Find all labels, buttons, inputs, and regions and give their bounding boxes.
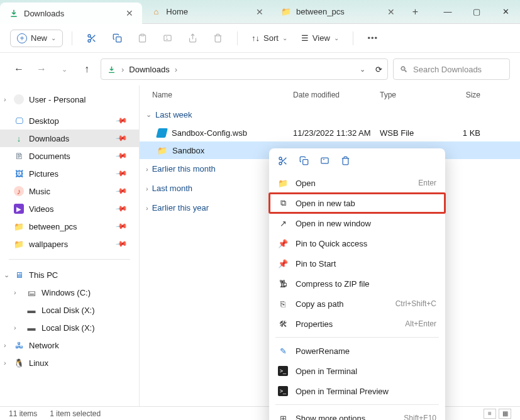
sidebar-item-drive[interactable]: ›▬Local Disk (X:)	[0, 319, 139, 336]
sidebar-item-documents[interactable]: 🖹Documents📌	[0, 147, 139, 165]
column-headers: Name Date modified Type Size	[140, 86, 520, 105]
pictures-icon: 🖼	[14, 169, 24, 179]
close-icon[interactable]: ✕	[387, 7, 395, 17]
ctx-label: Open in new tab	[296, 199, 355, 208]
paste-button[interactable]	[131, 28, 153, 49]
sidebar-item-label: This PC	[29, 270, 58, 280]
details-view-button[interactable]: ≡	[484, 409, 496, 419]
folder-icon: 📁	[157, 145, 167, 155]
col-type[interactable]: Type	[380, 91, 443, 99]
ctx-show-more[interactable]: ⊞Show more optionsShift+F10	[269, 408, 445, 420]
sidebar-item-drive[interactable]: ›🖴Windows (C:)	[0, 284, 139, 301]
new-tab-button[interactable]: +	[404, 0, 427, 23]
ctx-compress[interactable]: 🗜Compress to ZIP file	[269, 274, 445, 294]
sidebar-item-user[interactable]: › User - Personal	[0, 91, 139, 108]
chevron-down-icon: ⌄	[4, 271, 9, 279]
ctx-open[interactable]: 📁OpenEnter	[269, 173, 445, 193]
share-button[interactable]	[182, 28, 203, 49]
sidebar-item-network[interactable]: ›🖧Network	[0, 336, 139, 354]
sidebar-item-drive[interactable]: ▬Local Disk (X:)	[0, 301, 139, 319]
breadcrumb[interactable]: Downloads	[129, 65, 169, 74]
tab-between-pcs[interactable]: 📁 between_pcs ✕	[272, 0, 404, 23]
chevron-right-icon: ›	[121, 65, 124, 74]
ctx-label: Pin to Quick access	[296, 239, 367, 248]
address-bar[interactable]: › Downloads › ⌄ ⟳	[101, 58, 388, 80]
sidebar-item-desktop[interactable]: 🖵Desktop📌	[0, 112, 139, 130]
delete-button[interactable]	[207, 28, 228, 49]
forward-button[interactable]: →	[33, 60, 50, 78]
cut-button[interactable]	[81, 28, 102, 49]
refresh-button[interactable]: ⟳	[375, 65, 382, 74]
sort-button[interactable]: ↑↓ Sort ⌄	[246, 33, 292, 43]
recent-dropdown[interactable]: ⌄	[55, 60, 73, 78]
user-avatar-icon	[14, 94, 24, 104]
disk-icon: 🖴	[26, 287, 36, 297]
minimize-button[interactable]: —	[433, 0, 462, 23]
file-name: Sandbox-Config.wsb	[172, 128, 247, 138]
file-row[interactable]: Sandbox-Config.wsb 11/23/2022 11:32 AM W…	[140, 124, 520, 141]
disk-icon: ▬	[26, 305, 36, 315]
close-icon[interactable]: ✕	[126, 8, 133, 18]
sidebar-item-pictures[interactable]: 🖼Pictures📌	[0, 165, 139, 182]
icons-view-button[interactable]: ▦	[499, 409, 511, 419]
col-date[interactable]: Date modified	[293, 91, 380, 99]
window-controls: — ▢ ✕	[433, 0, 520, 23]
ctx-copy-path[interactable]: ⎘Copy as pathCtrl+Shift+C	[269, 294, 445, 314]
ctx-powerrename[interactable]: ✎PowerRename	[269, 341, 445, 361]
title-bar: Downloads ✕ ⌂ Home ✕ 📁 between_pcs ✕ + —…	[0, 0, 520, 24]
view-icon: ☰	[301, 33, 309, 43]
rename-button[interactable]	[157, 28, 178, 49]
toolbar: + New ⌄ ↑↓ Sort ⌄ ☰ View ⌄ •••	[0, 24, 520, 53]
sidebar-item-folder[interactable]: 📁wallpapers📌	[0, 235, 139, 253]
chevron-down-icon: ⌄	[146, 111, 152, 119]
new-label: New	[31, 33, 47, 43]
view-button[interactable]: ☰ View ⌄	[296, 33, 344, 43]
copy-button[interactable]	[106, 28, 128, 49]
search-input[interactable]: 🔍︎ Search Downloads	[393, 58, 510, 80]
tab-downloads[interactable]: Downloads ✕	[0, 3, 142, 24]
sidebar-item-label: User - Personal	[29, 95, 86, 104]
pin-icon: 📌	[115, 238, 128, 250]
sidebar-item-folder[interactable]: 📁between_pcs📌	[0, 218, 139, 235]
ctx-pin-quick[interactable]: 📌Pin to Quick access	[269, 233, 445, 253]
maximize-button[interactable]: ▢	[462, 0, 491, 23]
close-icon[interactable]: ✕	[256, 7, 263, 17]
ctx-shortcut: Ctrl+Shift+C	[396, 299, 436, 308]
ctx-open-window[interactable]: ↗Open in new window	[269, 213, 445, 233]
more-button[interactable]: •••	[362, 33, 384, 43]
cut-icon[interactable]	[278, 156, 288, 168]
col-size[interactable]: Size	[443, 91, 480, 99]
wsb-file-icon	[156, 128, 168, 138]
tab-home[interactable]: ⌂ Home ✕	[142, 0, 272, 23]
chevron-down-icon[interactable]: ⌄	[360, 65, 365, 74]
sidebar-item-thispc[interactable]: ⌄🖥This PC	[0, 266, 139, 284]
ctx-shortcut: Enter	[418, 179, 436, 187]
sidebar-item-label: between_pcs	[29, 222, 77, 231]
ctx-pin-start[interactable]: 📌Pin to Start	[269, 253, 445, 274]
terminal-icon: >_	[278, 366, 288, 376]
svg-rect-4	[163, 35, 170, 41]
context-quick-actions	[269, 152, 445, 173]
close-window-button[interactable]: ✕	[491, 0, 520, 23]
up-button[interactable]: ↑	[78, 60, 96, 78]
ctx-properties[interactable]: 🛠PropertiesAlt+Enter	[269, 314, 445, 334]
sidebar-item-linux[interactable]: ›🐧Linux	[0, 354, 139, 372]
rename-icon[interactable]	[320, 156, 329, 168]
sidebar-item-music[interactable]: ♪Music📌	[0, 182, 139, 200]
back-button[interactable]: ←	[10, 60, 28, 78]
sidebar-item-label: Linux	[29, 358, 48, 368]
ctx-label: Open in Terminal	[296, 367, 357, 376]
ctx-label: Pin to Start	[296, 259, 336, 268]
delete-icon[interactable]	[341, 156, 350, 168]
sidebar-item-videos[interactable]: ▶Videos📌	[0, 200, 139, 218]
ctx-terminal-preview[interactable]: >_Open in Terminal Preview	[269, 381, 445, 401]
group-lastweek[interactable]: ⌄Last week	[140, 105, 520, 124]
search-placeholder: Search Downloads	[413, 65, 482, 74]
chevron-down-icon: ⌄	[51, 35, 56, 41]
ctx-terminal[interactable]: >_Open in Terminal	[269, 361, 445, 381]
ctx-open-tab[interactable]: ⧉Open in new tab	[269, 193, 445, 213]
col-name[interactable]: Name	[152, 91, 293, 99]
sidebar-item-downloads[interactable]: ↓Downloads📌	[0, 130, 139, 147]
new-button[interactable]: + New ⌄	[10, 30, 63, 47]
copy-icon[interactable]	[299, 156, 309, 168]
